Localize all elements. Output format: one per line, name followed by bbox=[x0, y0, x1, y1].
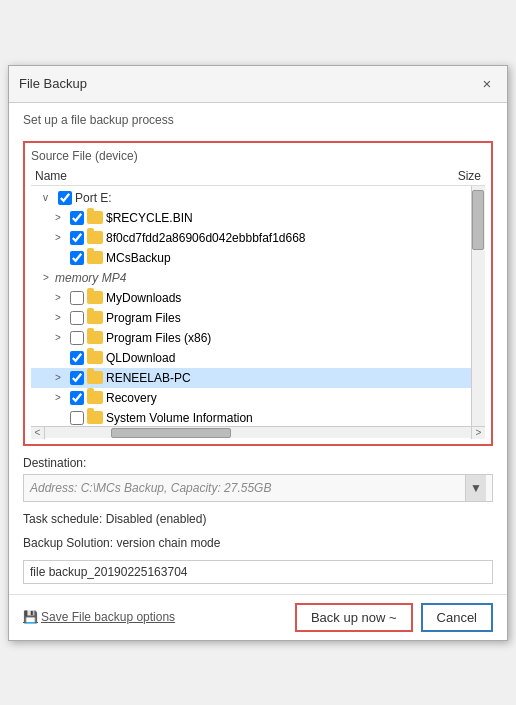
folder-icon-mcsbackup bbox=[87, 251, 103, 265]
arrow-program-files-x86: > bbox=[55, 332, 67, 343]
save-link-text: Save File backup options bbox=[41, 610, 175, 624]
folder-icon-system-volume bbox=[87, 411, 103, 425]
checkbox-program-files[interactable] bbox=[70, 311, 84, 325]
label-memory-mp4: memory MP4 bbox=[55, 271, 126, 285]
label-program-files-x86: Program Files (x86) bbox=[106, 331, 211, 345]
folder-icon-recycle bbox=[87, 211, 103, 225]
destination-label: Destination: bbox=[23, 456, 493, 470]
cancel-button[interactable]: Cancel bbox=[421, 603, 493, 632]
destination-dropdown[interactable]: Address: C:\MCs Backup, Capacity: 27.55G… bbox=[23, 474, 493, 502]
backup-now-button[interactable]: Back up now ~ bbox=[295, 603, 413, 632]
tree-item-memory-mp4[interactable]: > memory MP4 bbox=[31, 268, 485, 288]
checkbox-hash[interactable] bbox=[70, 231, 84, 245]
tree-item-mcsbackup[interactable]: MCsBackup bbox=[31, 248, 485, 268]
dropdown-arrow[interactable]: ▼ bbox=[465, 475, 486, 501]
label-recycle: $RECYCLE.BIN bbox=[106, 211, 193, 225]
folder-icon-program-files bbox=[87, 311, 103, 325]
tree-item-qldownload[interactable]: QLDownload bbox=[31, 348, 485, 368]
arrow-reneelab-pc: > bbox=[55, 372, 67, 383]
label-qldownload: QLDownload bbox=[106, 351, 175, 365]
backup-solution-line: Backup Solution: version chain mode bbox=[23, 536, 493, 550]
folder-icon-program-files-x86 bbox=[87, 331, 103, 345]
folder-icon-mydownloads bbox=[87, 291, 103, 305]
arrow-memory-mp4: > bbox=[43, 272, 55, 283]
checkbox-mydownloads[interactable] bbox=[70, 291, 84, 305]
scrollbar-h-thumb[interactable] bbox=[111, 428, 231, 438]
close-button[interactable]: × bbox=[477, 74, 497, 94]
destination-section: Destination: Address: C:\MCs Backup, Cap… bbox=[23, 456, 493, 502]
label-hash: 8f0cd7fdd2a86906d042ebbbfaf1d668 bbox=[106, 231, 306, 245]
folder-icon-reneelab-pc bbox=[87, 371, 103, 385]
source-section: Source File (device) Name Size v Port E: bbox=[23, 141, 493, 446]
save-link[interactable]: 💾 Save File backup options bbox=[23, 610, 175, 624]
title-bar: File Backup × bbox=[9, 66, 507, 103]
scrollbar-vertical[interactable] bbox=[471, 186, 485, 426]
label-reneelab-pc: RENEELAB-PC bbox=[106, 371, 191, 385]
label-system-volume: System Volume Information bbox=[106, 411, 253, 425]
footer: 💾 Save File backup options Back up now ~… bbox=[9, 594, 507, 640]
tree-item-mydownloads[interactable]: > MyDownloads bbox=[31, 288, 485, 308]
folder-icon-recovery bbox=[87, 391, 103, 405]
backup-name-input[interactable] bbox=[23, 560, 493, 584]
tree-item-reneelab-pc[interactable]: > RENEELAB-PC bbox=[31, 368, 485, 388]
scroll-right-arrow[interactable]: > bbox=[471, 427, 485, 439]
tree-item-port-e[interactable]: v Port E: bbox=[31, 188, 485, 208]
dialog-title: File Backup bbox=[19, 76, 87, 91]
source-label: Source File (device) bbox=[31, 149, 485, 163]
tree-item-recovery[interactable]: > Recovery bbox=[31, 388, 485, 408]
arrow-mydownloads: > bbox=[55, 292, 67, 303]
checkbox-system-volume[interactable] bbox=[70, 411, 84, 425]
tree-item-hash[interactable]: > 8f0cd7fdd2a86906d042ebbbfaf1d668 bbox=[31, 228, 485, 248]
arrow-recycle: > bbox=[55, 212, 67, 223]
checkbox-port-e[interactable] bbox=[58, 191, 72, 205]
checkbox-mcsbackup[interactable] bbox=[70, 251, 84, 265]
folder-icon-hash bbox=[87, 231, 103, 245]
checkbox-program-files-x86[interactable] bbox=[70, 331, 84, 345]
task-schedule-line: Task schedule: Disabled (enabled) bbox=[23, 512, 493, 526]
footer-buttons: Back up now ~ Cancel bbox=[295, 603, 493, 632]
checkbox-recycle[interactable] bbox=[70, 211, 84, 225]
label-port-e: Port E: bbox=[75, 191, 112, 205]
label-program-files: Program Files bbox=[106, 311, 181, 325]
header-name: Name bbox=[35, 169, 67, 183]
label-mydownloads: MyDownloads bbox=[106, 291, 181, 305]
header-size: Size bbox=[458, 169, 481, 183]
backup-name-row bbox=[23, 560, 493, 584]
file-tree[interactable]: v Port E: > $RECYCLE.BIN bbox=[31, 186, 485, 426]
tree-item-system-volume[interactable]: System Volume Information bbox=[31, 408, 485, 426]
dialog-subtitle: Set up a file backup process bbox=[23, 113, 493, 127]
label-recovery: Recovery bbox=[106, 391, 157, 405]
arrow-port-e: v bbox=[43, 192, 55, 203]
folder-icon-qldownload bbox=[87, 351, 103, 365]
label-mcsbackup: MCsBackup bbox=[106, 251, 171, 265]
arrow-hash: > bbox=[55, 232, 67, 243]
destination-placeholder: Address: C:\MCs Backup, Capacity: 27.55G… bbox=[30, 481, 465, 495]
tree-item-program-files-x86[interactable]: > Program Files (x86) bbox=[31, 328, 485, 348]
scrollbar-v-thumb[interactable] bbox=[472, 190, 484, 250]
file-tree-wrapper: v Port E: > $RECYCLE.BIN bbox=[31, 186, 485, 426]
scroll-left-arrow[interactable]: < bbox=[31, 427, 45, 439]
checkbox-qldownload[interactable] bbox=[70, 351, 84, 365]
tree-item-recycle[interactable]: > $RECYCLE.BIN bbox=[31, 208, 485, 228]
file-tree-header: Name Size bbox=[31, 167, 485, 186]
dialog-body: Set up a file backup process Source File… bbox=[9, 103, 507, 594]
tree-item-program-files[interactable]: > Program Files bbox=[31, 308, 485, 328]
tree-container: v Port E: > $RECYCLE.BIN bbox=[31, 186, 485, 426]
arrow-program-files: > bbox=[55, 312, 67, 323]
arrow-recovery: > bbox=[55, 392, 67, 403]
save-icon: 💾 bbox=[23, 610, 38, 624]
checkbox-recovery[interactable] bbox=[70, 391, 84, 405]
checkbox-reneelab-pc[interactable] bbox=[70, 371, 84, 385]
file-backup-dialog: File Backup × Set up a file backup proce… bbox=[8, 65, 508, 641]
scrollbar-horizontal[interactable]: > < bbox=[31, 426, 485, 438]
